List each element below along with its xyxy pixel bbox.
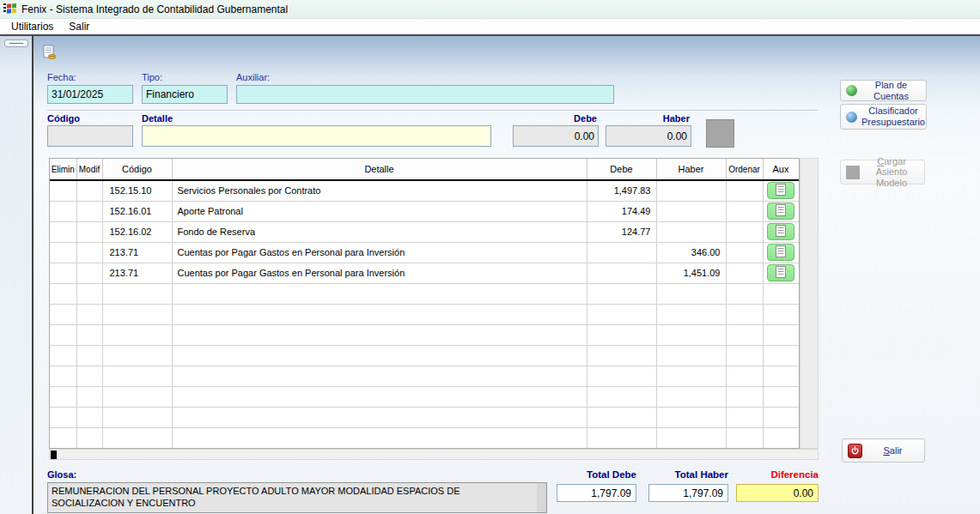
cell-debe [587, 263, 656, 283]
header-detalle: Detalle [172, 159, 587, 180]
plan-de-cuentas-label: Plan de Cuentas [861, 80, 921, 101]
table-row: 152.16.02 Fondo de Reserva 124.77 [50, 221, 799, 242]
form-separator [47, 110, 818, 112]
table-row: 152.16.01 Aporte Patronal 174.49 [50, 201, 799, 221]
cell-ordenar [726, 242, 763, 263]
table-row-empty [50, 304, 799, 324]
add-entry-button[interactable] [706, 119, 734, 148]
titlebar: Fenix - Sistema Integrado de Contabilida… [0, 0, 980, 19]
header-codigo: Código [102, 159, 172, 180]
gray-square-icon [846, 166, 860, 179]
fecha-input[interactable] [47, 85, 133, 104]
panel-splitter[interactable] [32, 36, 33, 514]
table-row-empty [50, 386, 799, 407]
clasificador-presupuestario-button[interactable]: Clasificador Presupuestario [840, 104, 927, 130]
menubar: Utilitarios Salir [0, 19, 980, 36]
table-row: 213.71 Cuentas por Pagar Gastos en Perso… [50, 263, 799, 283]
header-debe: Debe [587, 159, 656, 180]
cell-ordenar [726, 263, 763, 283]
cell-modif[interactable] [76, 180, 102, 201]
glosa-textarea[interactable]: REMUNERACION DEL PERSONAL PROYECTO ADULT… [47, 482, 547, 513]
grid-vertical-scrollbar[interactable] [800, 158, 819, 449]
grid-header-row: Elimin Modif Código Detalle Debe Haber O… [50, 159, 799, 180]
salir-button[interactable]: Salir [842, 438, 925, 463]
diferencia-label: Diferencia [736, 469, 819, 480]
cell-modif[interactable] [76, 242, 102, 263]
cell-haber [656, 201, 726, 221]
cell-haber: 1,451.09 [656, 263, 726, 283]
auxiliar-input[interactable] [236, 85, 614, 104]
menu-salir[interactable]: Salir [63, 19, 95, 34]
cell-haber: 346.00 [656, 242, 726, 263]
cell-elimin[interactable] [50, 201, 76, 221]
cell-codigo: 213.71 [102, 242, 172, 263]
content-area: Fecha: Tipo: Auxiliar: Código Detalle De… [0, 36, 980, 514]
cell-codigo: 152.15.10 [102, 180, 172, 201]
table-row-empty [50, 345, 799, 366]
cell-codigo: 213.71 [102, 263, 172, 283]
cell-modif[interactable] [76, 221, 102, 242]
panel-collapse-handle[interactable] [4, 39, 28, 47]
cell-aux [763, 201, 799, 221]
cell-elimin[interactable] [50, 180, 76, 201]
glosa-scrollbar[interactable] [537, 483, 546, 512]
cell-aux [763, 180, 799, 201]
document-icon [776, 225, 786, 239]
header-ordenar: Ordenar [726, 159, 763, 180]
document-icon [776, 266, 786, 281]
aux-button[interactable] [767, 182, 794, 199]
green-sphere-icon [846, 85, 857, 96]
cell-elimin[interactable] [50, 263, 76, 283]
codigo-input[interactable] [47, 125, 133, 147]
cell-modif[interactable] [76, 263, 102, 283]
cargar-asiento-modelo-button: Cargar Asiento Modelo [840, 160, 925, 184]
cell-elimin[interactable] [50, 242, 76, 263]
aux-button[interactable] [767, 264, 794, 281]
detalle-label: Detalle [142, 113, 173, 124]
header-elimin: Elimin [50, 159, 76, 180]
cell-aux [763, 242, 799, 263]
cell-codigo: 152.16.01 [102, 201, 172, 221]
tipo-input[interactable] [142, 85, 228, 104]
salir-label: Salir [867, 445, 919, 457]
cell-detalle: Fondo de Reserva [172, 221, 587, 242]
auxiliar-label: Auxiliar: [236, 72, 270, 82]
aux-button[interactable] [767, 223, 794, 240]
cell-haber [656, 221, 726, 242]
document-icon [776, 245, 786, 260]
cell-aux [763, 221, 799, 242]
codigo-label: Código [47, 113, 80, 124]
scrollbar-thumb[interactable] [51, 451, 57, 459]
debe-input[interactable] [513, 125, 599, 147]
haber-input[interactable] [606, 125, 691, 147]
left-collapsed-panel [0, 36, 32, 514]
table-row: 213.71 Cuentas por Pagar Gastos en Perso… [50, 242, 799, 263]
cell-codigo: 152.16.02 [102, 221, 172, 242]
aux-button[interactable] [767, 244, 794, 261]
cell-debe: 174.49 [587, 201, 656, 221]
cell-detalle: Cuentas por Pagar Gastos en Personal par… [172, 242, 587, 263]
header-aux: Aux [763, 159, 799, 180]
grid-horizontal-scrollbar[interactable] [49, 449, 819, 460]
cell-elimin[interactable] [50, 221, 76, 242]
tipo-label: Tipo: [142, 72, 162, 82]
entries-tbody: 152.15.10 Servicios Personales por Contr… [50, 180, 799, 448]
haber-label: Haber [606, 113, 690, 124]
aux-button[interactable] [767, 203, 794, 220]
glosa-label: Glosa: [47, 469, 76, 480]
cell-detalle: Servicios Personales por Contrato [172, 180, 587, 201]
cell-debe [587, 242, 656, 263]
cell-debe: 1,497.83 [587, 180, 656, 201]
document-icon [776, 204, 786, 219]
cell-modif[interactable] [76, 201, 102, 221]
new-entry-toolbar-button[interactable] [39, 44, 59, 63]
cell-detalle: Aporte Patronal [172, 201, 587, 221]
cell-ordenar [726, 180, 763, 201]
total-haber-field [648, 484, 728, 502]
plan-de-cuentas-button[interactable]: Plan de Cuentas [840, 80, 927, 101]
menu-utilitarios[interactable]: Utilitarios [5, 19, 59, 34]
table-row-empty [50, 283, 799, 304]
table-row-empty [50, 366, 799, 386]
detalle-input[interactable] [142, 125, 491, 147]
app-icon [3, 2, 17, 16]
